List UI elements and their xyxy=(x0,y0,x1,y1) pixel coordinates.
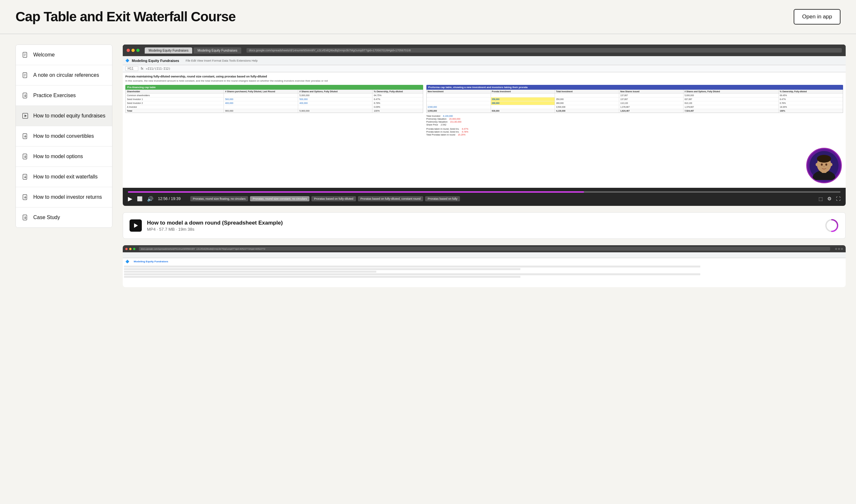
svg-rect-8 xyxy=(23,93,27,98)
video-player[interactable]: Modeling Equity Fundraises Modeling Equi… xyxy=(123,44,846,206)
sidebar-item-practice[interactable]: Practice Exercises xyxy=(16,86,112,106)
download-icon-1 xyxy=(22,92,29,99)
sidebar-item-investor-label: How to model investor returns xyxy=(33,194,102,201)
ss-row-2: Seed Investor 1 500,000 500,000 6.47% xyxy=(126,97,423,101)
sidebar-item-equity-fundraises[interactable]: How to model equity fundraises xyxy=(16,106,112,126)
open-in-app-button[interactable]: Open in app xyxy=(794,9,840,24)
svg-marker-11 xyxy=(24,114,27,117)
second-video-content: 🔷 Modeling Equity Fundraises xyxy=(123,252,846,287)
minimize-dot xyxy=(132,49,135,52)
browser-url: docs.google.com/spreadsheets/d/14nunW95M… xyxy=(246,48,842,53)
sidebar-item-exit-waterfalls[interactable]: How to model exit waterfalls xyxy=(16,167,112,187)
ss-row-1: Common shareholders 5,000,000 64.75% xyxy=(126,94,423,97)
svg-marker-32 xyxy=(134,223,138,228)
video-controls: ▶ ⬜ 🔊 12:56 / 19:39 Proratas, round size… xyxy=(123,188,846,206)
instructor-avatar xyxy=(806,148,842,183)
vt-title-bar: 🔷 Modeling Equity Fundraises xyxy=(123,258,846,265)
svg-rect-16 xyxy=(23,174,27,179)
vt-row-3 xyxy=(124,271,376,273)
sidebar-item-circular-label: A note on circular references xyxy=(33,72,99,79)
second-video-inner: docs.google.com/spreadsheets/d/l%14nunW9… xyxy=(123,245,846,287)
progress-bar[interactable] xyxy=(128,191,840,193)
ss-right-row-2: 350,000 350,000 137,667 637,667 8.47% xyxy=(427,97,843,101)
browser-tab-1[interactable]: Modeling Equity Fundraises xyxy=(145,48,192,54)
sidebar-item-circular-references[interactable]: A note on circular references xyxy=(16,65,112,86)
second-video-chrome: docs.google.com/spreadsheets/d/l%14nunW9… xyxy=(123,245,846,252)
ss-row-3: Seed Investor 2 400,000 400,000 6.78% xyxy=(126,101,423,105)
ss-right-row-3: 280,000 280,000 110,133 610,133 6.78% xyxy=(427,101,843,105)
svg-point-29 xyxy=(823,166,825,167)
play-icon xyxy=(22,112,29,120)
cast-button[interactable]: ⬚ xyxy=(819,196,823,201)
sidebar-item-options-label: How to model options xyxy=(33,153,83,160)
ctrl-right-buttons: ⬚ ⚙ ⛶ xyxy=(819,196,840,202)
sidebar-item-options[interactable]: How to model options xyxy=(16,146,112,167)
sidebar-item-welcome[interactable]: Welcome xyxy=(16,45,112,65)
svg-point-27 xyxy=(821,164,823,166)
ss-left-header: Pre-financing cap table xyxy=(125,85,423,90)
download-icon-5 xyxy=(22,194,29,201)
sidebar-item-convertibles[interactable]: How to model convertibles xyxy=(16,126,112,146)
vt-nav-icons: ⊙ ⊙ ⊙ xyxy=(835,248,843,250)
caption-button[interactable]: ⬜ xyxy=(137,196,142,201)
sidebar-item-investor-returns[interactable]: How to model investor returns xyxy=(16,187,112,208)
ss-left-col-headers: Shareholder # Shares purchased, Fully Di… xyxy=(126,90,423,94)
fullscreen-button[interactable]: ⛶ xyxy=(836,196,840,201)
formula-bar: H11 fx =I11/(I11-I12) xyxy=(123,65,846,72)
svg-point-28 xyxy=(825,164,827,166)
ss-summary-stats: Total Invested4,130,000 Premoney Valuati… xyxy=(426,115,843,136)
vt-row-5 xyxy=(124,276,520,278)
download-icon-2 xyxy=(22,132,29,140)
progress-ring-svg xyxy=(825,218,839,233)
chapter-5[interactable]: Proratas based on fully xyxy=(425,196,460,201)
main-layout: Welcome A note on circular references xyxy=(0,34,856,298)
chapter-1[interactable]: Proratas, round size floating, no circul… xyxy=(190,196,248,201)
sidebar-item-case-label: Case Study xyxy=(33,214,60,221)
vt-row-2 xyxy=(124,268,520,270)
sidebar: Welcome A note on circular references xyxy=(16,44,113,228)
ss-right-table-body: New Investment Prorata Investment Total … xyxy=(426,90,843,113)
content-area: Modeling Equity Fundraises Modeling Equi… xyxy=(113,44,846,287)
sidebar-item-practice-label: Practice Exercises xyxy=(33,92,76,99)
page-title: Cap Table and Exit Waterfall Course xyxy=(16,9,236,24)
chapter-2[interactable]: Proratas, round size constant, no circul… xyxy=(250,196,309,201)
vt-min-dot xyxy=(129,248,132,250)
chapter-3[interactable]: Proratas based on fully-diluted xyxy=(311,196,356,201)
svg-rect-20 xyxy=(23,215,27,220)
svg-rect-18 xyxy=(23,195,27,200)
browser-tab-2[interactable]: Modeling Equity Fundraises xyxy=(193,48,241,54)
svg-rect-12 xyxy=(23,133,27,139)
controls-row: ▶ ⬜ 🔊 12:56 / 19:39 Proratas, round size… xyxy=(128,195,840,202)
sidebar-item-welcome-label: Welcome xyxy=(33,52,55,58)
settings-button[interactable]: ⚙ xyxy=(827,196,832,202)
close-dot xyxy=(126,49,130,52)
download-icon-3 xyxy=(22,153,29,160)
file-info: How to model a down round (Spreadsheet E… xyxy=(147,220,820,232)
svg-point-31 xyxy=(830,163,833,166)
vt-toolbar xyxy=(123,252,846,258)
file-card[interactable]: How to model a down round (Spreadsheet E… xyxy=(123,212,846,239)
ss-right-row-4: 3,500,000 3,500,000 1,378,667 1,378,667 … xyxy=(427,105,843,109)
vt-url-bar: docs.google.com/spreadsheets/d/l%14nunW9… xyxy=(139,247,830,251)
file-meta: MP4 · 57.7 MB · 19m 38s xyxy=(147,227,820,232)
browser-chrome: Modeling Equity Fundraises Modeling Equi… xyxy=(123,44,846,56)
browser-dots xyxy=(126,49,139,52)
spreadsheet-toolbar: 🔷 Modeling Equity Fundraises File Edit V… xyxy=(123,56,846,65)
play-button[interactable]: ▶ xyxy=(128,195,133,202)
sidebar-item-case-study[interactable]: Case Study xyxy=(16,208,112,228)
file-play-icon xyxy=(130,219,142,232)
page-header: Cap Table and Exit Waterfall Course Open… xyxy=(0,0,856,34)
svg-rect-14 xyxy=(23,154,27,159)
spreadsheet-body: Prorata maintaining fully-diluted owners… xyxy=(123,72,846,206)
file-title: How to model a down round (Spreadsheet E… xyxy=(147,220,820,226)
second-video-thumb[interactable]: docs.google.com/spreadsheets/d/l%14nunW9… xyxy=(123,245,846,287)
download-icon-6 xyxy=(22,214,29,221)
doc-icon xyxy=(22,51,29,58)
time-display: 12:56 / 19:39 xyxy=(158,197,181,201)
vt-row-1 xyxy=(124,266,700,268)
sidebar-item-convertibles-label: How to model convertibles xyxy=(33,133,94,140)
volume-button[interactable]: 🔊 xyxy=(147,196,153,202)
svg-point-30 xyxy=(816,163,818,166)
chapter-4[interactable]: Proratas based on fully-diluted, constan… xyxy=(358,196,423,201)
vt-row-4 xyxy=(124,273,700,275)
